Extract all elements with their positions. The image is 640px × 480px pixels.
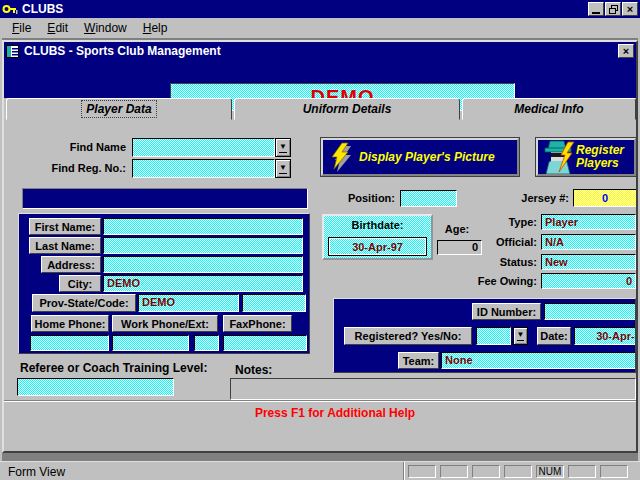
id-number-label: ID Number:	[472, 303, 541, 320]
last-name-field[interactable]	[103, 237, 303, 254]
status-field[interactable]: New	[541, 254, 636, 270]
registered-dropdown-button[interactable]: ▼	[513, 327, 528, 345]
find-reg-label: Find Reg. No.:	[24, 162, 126, 174]
lightning-icon	[329, 142, 355, 172]
tab-medical-info[interactable]: Medical Info	[462, 98, 636, 120]
status-cell-2	[440, 465, 468, 478]
tab-medical-info-label: Medical Info	[510, 101, 587, 117]
team-label: Team:	[398, 352, 439, 369]
first-name-label: First Name:	[29, 218, 101, 235]
app-title: CLUBS	[22, 2, 63, 16]
registered-combo[interactable]	[476, 327, 511, 345]
status-label: Status:	[479, 256, 537, 268]
jersey-field[interactable]: 0	[573, 189, 637, 207]
restore-button[interactable]	[605, 2, 621, 16]
find-name-label: Find Name	[34, 141, 126, 153]
minimize-button[interactable]	[588, 2, 604, 16]
menu-edit[interactable]: Edit	[43, 19, 72, 37]
status-num-indicator: NUM	[536, 465, 564, 478]
statusbar: Form View NUM	[0, 461, 640, 480]
child-window: CLUBS - Sports Club Management × DEMO Pl…	[2, 40, 638, 453]
find-reg-combo[interactable]	[132, 159, 275, 178]
birthdate-panel: Birthdate: 30-Apr-97	[322, 214, 433, 260]
fee-owing-field[interactable]: 0	[541, 273, 636, 289]
first-name-field[interactable]	[103, 218, 303, 235]
help-message: Press F1 for Additional Help	[34, 406, 636, 420]
fee-owing-label: Fee Owing:	[459, 275, 537, 287]
identity-group: First Name: Last Name: Address: City: DE…	[18, 213, 310, 354]
address-label: Address:	[41, 256, 101, 273]
header-band: DEMO	[4, 60, 636, 98]
register-players-label: Register Players	[576, 144, 624, 170]
menu-window[interactable]: Window	[80, 19, 131, 37]
tab-player-data-label: Player Data	[82, 101, 155, 117]
register-players-button[interactable]: Register Players	[536, 138, 636, 176]
tab-uniform-details-label: Uniform Details	[299, 101, 396, 117]
menu-file[interactable]: File	[8, 19, 35, 37]
find-name-combo[interactable]	[132, 138, 275, 157]
birthdate-field[interactable]: 30-Apr-97	[328, 237, 427, 256]
reg-date-field[interactable]: 30-Apr-97	[574, 327, 636, 345]
menubar: File Edit Window Help	[0, 18, 640, 38]
child-close-icon: ×	[623, 46, 629, 57]
player-name-display	[22, 188, 308, 209]
status-mode: Form View	[8, 465, 65, 479]
training-level-label: Referee or Coach Training Level:	[20, 361, 207, 375]
fax-phone-label: FaxPhone:	[223, 315, 292, 332]
jersey-label: Jersey #:	[504, 192, 569, 204]
find-reg-dropdown-button[interactable]: ▼	[275, 159, 291, 178]
restore-icon	[609, 5, 618, 14]
tab-uniform-details[interactable]: Uniform Details	[234, 98, 460, 120]
child-titlebar: CLUBS - Sports Club Management ×	[4, 42, 636, 60]
work-ext-field[interactable]	[194, 335, 219, 351]
last-name-label: Last Name:	[29, 237, 101, 254]
find-name-dropdown-button[interactable]: ▼	[275, 138, 291, 157]
tab-strip: Player Data Uniform Details Medical Info	[4, 98, 636, 121]
work-phone-field[interactable]	[112, 335, 189, 351]
detective-icon	[540, 140, 576, 174]
city-label: City:	[59, 275, 101, 292]
app-key-icon	[2, 1, 18, 17]
display-picture-button[interactable]: Display Player's Picture	[321, 138, 519, 176]
close-button[interactable]: ×	[622, 2, 638, 16]
work-phone-label: Work Phone/Ext:	[112, 315, 218, 332]
training-level-field[interactable]	[17, 378, 174, 396]
menu-help[interactable]: Help	[139, 19, 172, 37]
status-divider	[403, 462, 405, 480]
type-label: Type:	[482, 216, 537, 228]
notes-field[interactable]	[230, 378, 636, 400]
status-cell-4	[504, 465, 532, 478]
status-cell-6	[568, 465, 596, 478]
child-window-title: CLUBS - Sports Club Management	[24, 44, 221, 58]
tab-player-data[interactable]: Player Data	[6, 98, 232, 120]
address-field[interactable]	[103, 256, 303, 273]
id-number-field[interactable]	[544, 303, 636, 320]
age-label: Age:	[432, 223, 482, 235]
team-field[interactable]: None	[441, 352, 636, 369]
home-phone-field[interactable]	[30, 335, 109, 351]
dropdown-arrow-icon: ▼	[279, 164, 287, 174]
official-label: Official:	[474, 236, 537, 248]
status-cell-3	[472, 465, 500, 478]
status-cell-1	[408, 465, 436, 478]
notes-label: Notes:	[235, 363, 272, 377]
main-titlebar: CLUBS ×	[0, 0, 640, 18]
form-icon	[6, 45, 19, 58]
official-field[interactable]: N/A	[541, 234, 636, 250]
prov-state-field[interactable]: DEMO	[138, 294, 239, 312]
registration-panel: ID Number: Registered? Yes/No: ▼ Date: 3…	[333, 298, 636, 373]
city-field[interactable]: DEMO	[103, 275, 303, 292]
register-label-line2: Players	[576, 157, 624, 170]
divider-line	[4, 400, 636, 402]
mdi-area: CLUBS - Sports Club Management × DEMO Pl…	[2, 38, 638, 461]
registered-label: Registered? Yes/No:	[344, 327, 472, 345]
fax-phone-field[interactable]	[223, 335, 307, 351]
position-field[interactable]	[400, 190, 457, 207]
dropdown-arrow-icon: ▼	[517, 331, 525, 341]
dropdown-arrow-icon: ▼	[279, 143, 287, 153]
reg-date-label: Date:	[537, 327, 571, 345]
application-window: CLUBS × File Edit Window Help	[0, 0, 640, 480]
type-field[interactable]: Player	[541, 214, 636, 230]
child-close-button[interactable]: ×	[618, 44, 634, 58]
postal-code-field[interactable]	[242, 294, 306, 312]
